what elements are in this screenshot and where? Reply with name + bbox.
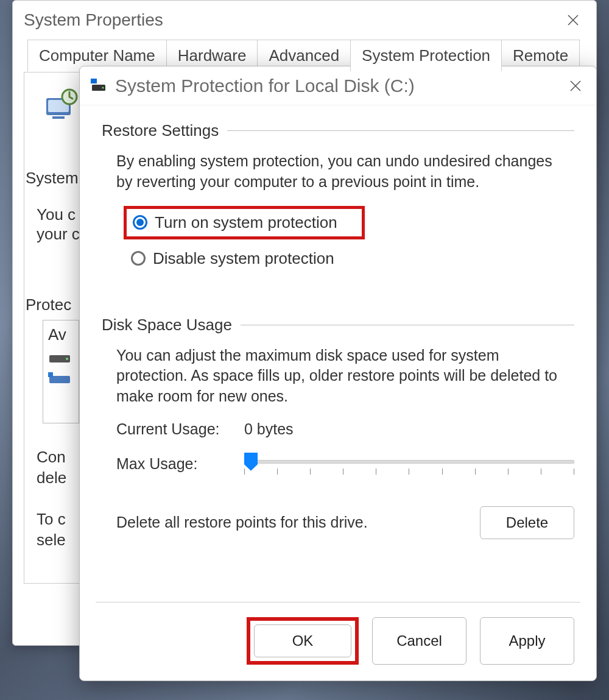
current-usage-label: Current Usage: xyxy=(116,420,244,438)
slider-track xyxy=(244,460,574,464)
restore-settings-description: By enabling system protection, you can u… xyxy=(116,151,566,193)
delete-button[interactable]: Delete xyxy=(480,506,574,539)
ok-highlight-box: OK xyxy=(247,617,359,665)
restore-radio-group: Turn on system protection Disable system… xyxy=(124,206,574,273)
frag-av: Av xyxy=(48,325,74,344)
radio-disable-protection[interactable]: Disable system protection xyxy=(124,244,574,273)
frag-con: Con xyxy=(37,448,66,467)
restore-settings-label: Restore Settings xyxy=(102,121,219,140)
svg-rect-4 xyxy=(52,116,65,119)
svg-rect-9 xyxy=(48,372,53,377)
max-usage-label: Max Usage: xyxy=(116,454,244,473)
svg-rect-11 xyxy=(91,79,97,83)
max-usage-slider[interactable] xyxy=(244,454,574,482)
frag-your-c: your c xyxy=(37,225,80,244)
divider xyxy=(241,325,574,325)
ok-button[interactable]: OK xyxy=(254,624,351,657)
apply-button[interactable]: Apply xyxy=(480,617,574,665)
delete-restore-points-row: Delete all restore points for this drive… xyxy=(116,506,574,539)
dialog-title: System Protection for Local Disk (C:) xyxy=(115,76,560,96)
svg-point-7 xyxy=(66,358,68,360)
close-icon xyxy=(567,14,579,26)
delete-restore-points-text: Delete all restore points for this drive… xyxy=(116,514,368,531)
divider xyxy=(227,130,574,131)
frag-you-c: You c xyxy=(37,205,76,224)
frag-to-c: To c xyxy=(37,510,66,529)
radio-turn-on-label: Turn on system protection xyxy=(155,213,337,232)
parent-close-button[interactable] xyxy=(561,8,585,32)
max-usage-row: Max Usage: xyxy=(116,454,574,482)
system-protection-dialog: System Protection for Local Disk (C:) Re… xyxy=(79,66,597,681)
restore-settings-header: Restore Settings xyxy=(102,121,574,140)
disk-space-header: Disk Space Usage xyxy=(102,316,574,334)
drive-icon xyxy=(48,372,72,386)
dialog-close-button[interactable] xyxy=(560,74,591,98)
parent-window-title: System Properties xyxy=(24,10,163,30)
radio-indicator-icon xyxy=(133,215,147,230)
radio-indicator-icon xyxy=(131,251,146,266)
tab-system-protection[interactable]: System Protection xyxy=(350,40,502,71)
dialog-titlebar: System Protection for Local Disk (C:) xyxy=(80,66,596,105)
current-usage-value: 0 bytes xyxy=(244,420,294,438)
frag-protec: Protec xyxy=(26,295,71,314)
slider-ticks xyxy=(244,468,574,475)
drive-icon xyxy=(48,352,72,365)
drive-icon xyxy=(91,79,108,93)
frag-system: System xyxy=(26,169,79,188)
radio-turn-on-protection[interactable]: Turn on system protection xyxy=(124,206,365,239)
drives-list-fragment: Av xyxy=(43,320,79,423)
current-usage-row: Current Usage: 0 bytes xyxy=(116,420,574,438)
cancel-button[interactable]: Cancel xyxy=(372,617,466,665)
frag-dele: dele xyxy=(37,468,66,487)
disk-space-description: You can adjust the maximum disk space us… xyxy=(116,345,566,407)
system-restore-icon xyxy=(43,87,82,126)
disk-space-label: Disk Space Usage xyxy=(102,316,232,334)
radio-disable-label: Disable system protection xyxy=(153,249,334,268)
frag-sele: sele xyxy=(37,531,66,550)
parent-titlebar: System Properties xyxy=(13,1,596,40)
dialog-footer: OK Cancel Apply xyxy=(96,602,580,681)
svg-point-12 xyxy=(102,87,104,88)
close-icon xyxy=(569,80,582,92)
